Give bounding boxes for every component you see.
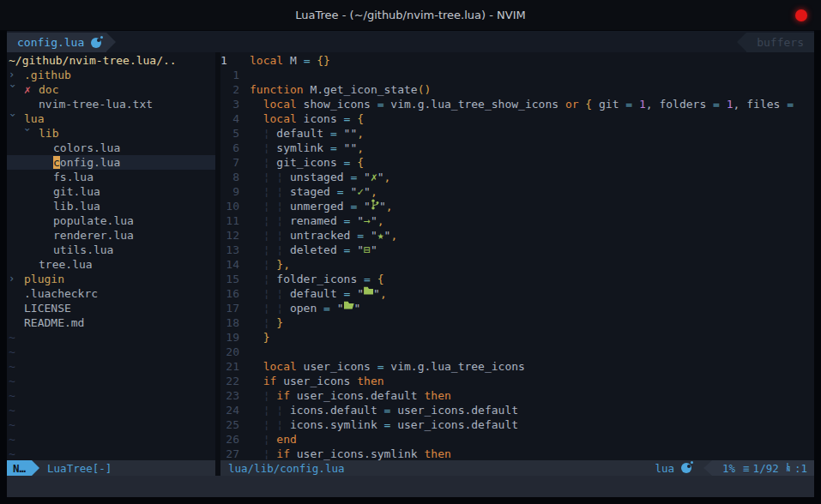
- tree-item-fs-lua[interactable]: fs.lua: [7, 170, 215, 184]
- tree-item-renderer-lua[interactable]: renderer.lua: [7, 228, 215, 243]
- tree-item--luacheckrc[interactable]: .luacheckrc: [7, 286, 215, 301]
- line-number: 8: [220, 170, 239, 184]
- code-line[interactable]: 14 ¦ },: [220, 257, 814, 272]
- code-token: ": [377, 170, 384, 184]
- code-line[interactable]: 8 ¦ ¦ unstaged = "✗",: [220, 170, 814, 184]
- code-token: =: [625, 97, 632, 111]
- tree-item-nvim-tree-lua-txt[interactable]: nvim-tree-lua.txt: [7, 97, 215, 111]
- tree-item-lib[interactable]: ›lib: [7, 126, 215, 141]
- code-token: [250, 257, 263, 272]
- code-token: =: [330, 141, 337, 155]
- tree-item-config-lua[interactable]: config.lua: [7, 155, 215, 170]
- command-line[interactable]: [7, 476, 814, 497]
- code-token: [250, 301, 263, 315]
- code-line[interactable]: 9 ¦ ¦ staged = "✓",: [220, 184, 814, 199]
- code-token: ¦ ¦: [263, 228, 290, 243]
- code-line[interactable]: 26 ¦ end: [220, 432, 814, 447]
- code-token: =: [344, 213, 351, 228]
- code-line[interactable]: 13 ¦ ¦ deleted = "⊟": [220, 243, 814, 257]
- code-line[interactable]: 2function M.get_icon_state(): [220, 82, 814, 97]
- line-number: 11: [220, 213, 239, 228]
- code-token: icons.symlink: [290, 417, 384, 432]
- code-line[interactable]: 20: [220, 345, 814, 359]
- tree-item-populate-lua[interactable]: populate.lua: [7, 213, 215, 228]
- code-token: ": [384, 228, 391, 243]
- code-line[interactable]: 25 ¦ ¦ icons.symlink = user_icons.defaul…: [220, 417, 814, 432]
- empty-line-tilde: ~: [7, 388, 215, 403]
- chevron-down-icon[interactable]: ›: [20, 127, 34, 142]
- code-token: [250, 403, 263, 417]
- code-line[interactable]: 22 if user_icons then: [220, 374, 814, 388]
- code-line[interactable]: 17 ¦ ¦ open = "": [220, 301, 814, 315]
- code-token: ": [357, 170, 371, 184]
- code-token: or: [565, 97, 579, 111]
- buffers-arrow-separator: [737, 33, 746, 51]
- chevron-down-icon[interactable]: ›: [7, 83, 20, 99]
- code-token: [250, 243, 263, 257]
- code-line[interactable]: 1: [220, 68, 814, 82]
- empty-line-tilde: ~: [7, 417, 215, 432]
- code-token: [250, 286, 263, 301]
- code-line[interactable]: 18 ¦ }: [220, 315, 814, 330]
- tree-item-doc[interactable]: ›✗doc: [7, 82, 215, 97]
- code-buffer: 1local M = {}12function M.get_icon_state…: [220, 52, 814, 460]
- code-token: ¦: [263, 257, 277, 272]
- tab-config-lua[interactable]: config.lua: [7, 33, 106, 52]
- code-line[interactable]: 5 ¦ default = "",: [220, 126, 814, 141]
- tree-item-license[interactable]: LICENSE: [7, 301, 215, 315]
- code-token: [250, 155, 263, 170]
- tree-item--github-nvim-tree-lua-[interactable]: ~/github/nvim-tree.lua/..: [7, 53, 215, 68]
- tree-item-git-lua[interactable]: git.lua: [7, 184, 215, 199]
- code-token: ¦ ¦: [263, 170, 290, 184]
- code-token: user_icons: [297, 359, 377, 374]
- code-token: user_icons.default: [390, 417, 518, 432]
- code-token: =: [377, 359, 384, 374]
- code-line[interactable]: 10 ¦ ¦ unmerged = "",: [220, 199, 814, 213]
- code-token: staged: [290, 184, 337, 199]
- buffers-label[interactable]: buffers: [746, 33, 814, 52]
- code-token: ¦ ¦: [263, 403, 290, 417]
- code-token: [250, 359, 263, 374]
- code-line[interactable]: 15 ¦ folder_icons = {: [220, 272, 814, 286]
- chevron-down-icon[interactable]: ›: [7, 112, 20, 128]
- chevron-right-icon[interactable]: ›: [9, 272, 24, 286]
- code-token: , files: [733, 97, 788, 111]
- code-line[interactable]: 21 local user_icons = vim.g.lua_tree_ico…: [220, 359, 814, 374]
- chevron-right-icon[interactable]: ›: [9, 68, 24, 82]
- code-token: =: [304, 53, 311, 68]
- tree-item-lua[interactable]: ›lua: [7, 111, 215, 126]
- tree-item-colors-lua[interactable]: colors.lua: [7, 141, 215, 155]
- code-token: git: [592, 97, 625, 111]
- code-line[interactable]: 3 local show_icons = vim.g.lua_tree_show…: [220, 97, 814, 111]
- code-line[interactable]: 7 ¦ git_icons = {: [220, 155, 814, 170]
- code-line[interactable]: 27 ¦ if user_icons.symlink then: [220, 447, 814, 460]
- code-token: ": [350, 213, 364, 228]
- tree-item-plugin[interactable]: ›plugin: [7, 272, 215, 286]
- code-line[interactable]: 4 local icons = {: [220, 111, 814, 126]
- statusline: N… LuaTree[-] lua/lib/config.lua lua 1% …: [7, 460, 814, 476]
- tree-item-lib-lua[interactable]: lib.lua: [7, 199, 215, 213]
- tree-item-label: utils.lua: [53, 243, 113, 257]
- code-token: {: [357, 111, 364, 126]
- tree-item-utils-lua[interactable]: utils.lua: [7, 243, 215, 257]
- code-line[interactable]: 6 ¦ symlink = "",: [220, 141, 814, 155]
- code-line[interactable]: 24 ¦ ¦ icons.default = user_icons.defaul…: [220, 403, 814, 417]
- code-token: ": [357, 199, 371, 213]
- code-token: ,: [357, 126, 364, 141]
- code-line[interactable]: 11 ¦ ¦ renamed = "→",: [220, 213, 814, 228]
- code-line[interactable]: 16 ¦ ¦ default = "",: [220, 286, 814, 301]
- tree-item-label: plugin: [24, 272, 64, 286]
- tree-cursor: c: [53, 156, 60, 169]
- code-line[interactable]: 1local M = {}: [220, 53, 814, 68]
- code-line[interactable]: 23 ¦ if user_icons.default then: [220, 388, 814, 403]
- tree-item-tree-lua[interactable]: tree.lua: [7, 257, 215, 272]
- tree-item--github[interactable]: ›.github: [7, 68, 215, 82]
- close-button[interactable]: [795, 9, 807, 21]
- code-line[interactable]: 12 ¦ ¦ untracked = "★",: [220, 228, 814, 243]
- tree-item-readme-md[interactable]: README.md: [7, 315, 215, 330]
- code-token: ¦: [263, 315, 277, 330]
- statusline-code: lua/lib/config.lua lua 1% ≡ 1/92 LN :1: [220, 460, 814, 476]
- code-line[interactable]: 19 }: [220, 330, 814, 345]
- line-number: 3: [220, 97, 239, 111]
- code-token: unmerged: [290, 199, 350, 213]
